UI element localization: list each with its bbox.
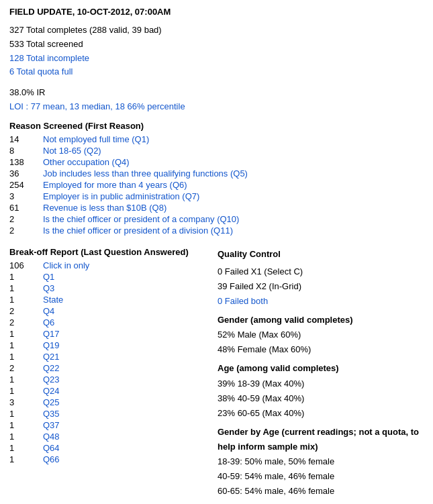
breakoff-row: 1 Q35 [9,408,89,419]
reason-row: 138 Other occupation (Q4) [9,156,248,168]
reason-screened-header: Reason Screened (First Reason) [9,121,424,131]
breakoff-row: 1 Q17 [9,328,89,340]
breakoff-row: 1 Q66 [9,454,89,465]
breakoff-table: 106 Click in only 1 Q1 1 Q3 1 State 2 Q4… [9,260,89,465]
breakoff-desc: Q19 [43,340,89,351]
gender-age-item: 40-59: 54% male, 46% female [218,469,424,484]
breakoff-row: 106 Click in only [9,260,89,271]
reason-desc: Revenue is less than $10B (Q8) [43,202,248,213]
gender-section: Gender (among valid completes) 52% Male … [218,313,424,357]
age-section: Age (among valid completes) 39% 18-39 (M… [218,361,424,420]
breakoff-num: 1 [9,408,43,419]
breakoff-num: 1 [9,454,43,465]
qc-item-text: 0 Failed both [218,296,268,306]
breakoff-desc: Q17 [43,328,89,340]
breakoff-row: 1 Q64 [9,442,89,454]
ir-block: 38.0% IR LOI : 77 mean, 13 median, 18 66… [9,86,424,114]
gender-age-section: Gender by Age (current readings; not a q… [218,425,424,499]
breakoff-row: 1 Q48 [9,431,89,442]
breakoff-desc: Q37 [43,419,89,431]
gender-header: Gender (among valid completes) [218,313,424,327]
breakoff-desc: Q1 [43,271,89,283]
age-item: 39% 18-39 (Max 40%) [218,376,424,391]
gender-age-header: Gender by Age (current readings; not a q… [218,425,424,454]
breakoff-num: 1 [9,419,43,431]
reason-desc: Not employed full time (Q1) [43,134,248,145]
breakoff-row: 2 Q6 [9,317,89,328]
reason-desc: Job includes less than three qualifying … [43,168,248,179]
reason-desc: Not 18-65 (Q2) [43,145,248,156]
breakoff-row: 2 Q4 [9,305,89,317]
breakoff-desc: Q35 [43,408,89,419]
breakoff-row: 1 Q3 [9,283,89,294]
left-col: Break-off Report (Last Question Answered… [9,243,218,499]
breakoff-desc: Q22 [43,362,89,374]
reason-num: 2 [9,213,43,225]
summary-line1: 327 Total completes (288 valid, 39 bad) [9,23,424,38]
gender-age-item: 18-39: 50% male, 50% female [218,454,424,469]
breakoff-row: 1 Q37 [9,419,89,431]
breakoff-row: 1 Q19 [9,340,89,351]
summary-line4: 6 Total quota full [9,65,424,79]
reason-row: 2 Is the chief officer or president of a… [9,213,248,225]
reason-num: 2 [9,225,43,236]
breakoff-num: 1 [9,351,43,362]
gender-age-item: 60-65: 54% male, 46% female [218,484,424,499]
reason-desc: Other occupation (Q4) [43,156,248,168]
breakoff-desc: Q66 [43,454,89,465]
breakoff-desc: Q24 [43,385,89,397]
breakoff-desc: Q64 [43,442,89,454]
breakoff-desc: Q23 [43,374,89,385]
breakoff-num: 1 [9,328,43,340]
breakoff-num: 2 [9,317,43,328]
reason-row: 2 Is the chief officer or president of a… [9,225,248,236]
reason-num: 8 [9,145,43,156]
breakoff-desc: Q25 [43,397,89,408]
reason-num: 254 [9,179,43,191]
reason-num: 36 [9,168,43,179]
breakoff-num: 1 [9,283,43,294]
breakoff-row: 1 Q1 [9,271,89,283]
breakoff-row: 1 Q21 [9,351,89,362]
breakoff-desc: Q48 [43,431,89,442]
breakoff-num: 3 [9,397,43,408]
breakoff-num: 1 [9,431,43,442]
breakoff-desc: Q4 [43,305,89,317]
reason-row: 3 Employer is in public administration (… [9,191,248,202]
breakoff-header: Break-off Report (Last Question Answered… [9,247,218,257]
age-item: 38% 40-59 (Max 40%) [218,391,424,406]
breakoff-num: 2 [9,362,43,374]
breakoff-desc: Q6 [43,317,89,328]
reason-desc: Is the chief officer or president of a c… [43,213,248,225]
qc-item: 0 Failed X1 (Select C) [218,264,424,279]
reason-row: 8 Not 18-65 (Q2) [9,145,248,156]
reason-row: 14 Not employed full time (Q1) [9,134,248,145]
breakoff-num: 2 [9,305,43,317]
gender-item: 48% Female (Max 60%) [218,342,424,357]
reason-desc: Is the chief officer or president of a d… [43,225,248,236]
ir-line: 38.0% IR [9,86,424,100]
breakoff-num: 106 [9,260,43,271]
two-col-section: Break-off Report (Last Question Answered… [9,243,424,499]
gender-item: 52% Male (Max 60%) [218,327,424,342]
page-title: FIELD UPDATE, 10-OCT-2012, 07:00AM [9,7,424,17]
reason-row: 61 Revenue is less than $10B (Q8) [9,202,248,213]
age-header: Age (among valid completes) [218,361,424,376]
breakoff-desc: State [43,294,89,305]
breakoff-desc: Q3 [43,283,89,294]
reason-num: 3 [9,191,43,202]
reason-row: 254 Employed for more than 4 years (Q6) [9,179,248,191]
breakoff-num: 1 [9,374,43,385]
reason-row: 36 Job includes less than three qualifyi… [9,168,248,179]
qc-item: 0 Failed both [218,294,424,309]
breakoff-num: 1 [9,385,43,397]
qc-block: Quality Control 0 Failed X1 (Select C)39… [218,247,424,499]
age-item: 23% 60-65 (Max 40%) [218,406,424,421]
breakoff-num: 1 [9,271,43,283]
breakoff-row: 1 Q24 [9,385,89,397]
loi-line: LOI : 77 mean, 13 median, 18 66% percent… [9,100,424,114]
right-col: Quality Control 0 Failed X1 (Select C)39… [218,243,424,499]
breakoff-desc: Click in only [43,260,89,271]
summary-line3: 128 Total incomplete [9,52,424,66]
breakoff-row: 1 Q23 [9,374,89,385]
